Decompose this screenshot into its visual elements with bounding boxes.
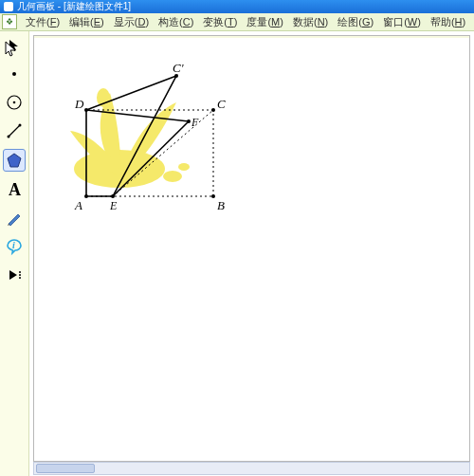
scrollbar-thumb[interactable] <box>36 464 95 473</box>
menu-edit[interactable]: 编辑(E) <box>64 15 109 29</box>
tool-select-arrow[interactable] <box>4 35 25 56</box>
tool-point[interactable] <box>4 64 25 84</box>
menubar: ❖ 文件(F) 编辑(E) 显示(D) 构造(C) 变换(T) 度量(M) 数据… <box>0 13 474 31</box>
menu-file[interactable]: 文件(F) <box>21 15 64 29</box>
svg-line-19 <box>113 110 213 196</box>
workarea: A i <box>0 31 474 476</box>
svg-point-4 <box>8 136 10 138</box>
tool-circle[interactable] <box>4 92 25 113</box>
svg-point-11 <box>19 277 21 279</box>
tool-palette: A i <box>0 31 29 476</box>
menu-measure[interactable]: 度量(M) <box>242 15 288 29</box>
window-titlebar: 几何画板 - [新建绘图文件1] <box>0 0 474 13</box>
svg-point-0 <box>12 72 16 76</box>
svg-point-5 <box>19 124 22 127</box>
window-title: 几何画板 - [新建绘图文件1] <box>17 0 131 13</box>
app-icon <box>4 2 13 11</box>
svg-point-24 <box>211 194 215 198</box>
menu-window[interactable]: 窗口(W) <box>378 15 426 29</box>
svg-point-25 <box>211 108 215 112</box>
svg-point-9 <box>19 271 21 273</box>
menu-help[interactable]: 帮助(H) <box>426 15 470 29</box>
svg-line-21 <box>86 110 189 121</box>
svg-point-2 <box>13 101 16 104</box>
tool-info[interactable]: i <box>4 236 25 257</box>
svg-point-29 <box>174 74 178 78</box>
svg-point-27 <box>111 194 115 198</box>
menu-graph[interactable]: 绘图(G) <box>333 15 378 29</box>
geometry-layer <box>34 36 470 453</box>
svg-line-22 <box>113 121 189 196</box>
tool-text[interactable]: A <box>4 179 25 200</box>
doc-icon[interactable]: ❖ <box>2 14 17 29</box>
svg-point-23 <box>84 194 88 198</box>
tool-custom[interactable] <box>4 265 25 285</box>
svg-point-28 <box>187 119 191 123</box>
horizontal-scrollbar[interactable] <box>33 462 470 475</box>
drawing-canvas[interactable]: A B C D E F C' <box>33 35 470 462</box>
canvas-wrap: A B C D E F C' <box>29 31 474 476</box>
menu-transform[interactable]: 变换(T) <box>198 15 242 29</box>
svg-text:A: A <box>9 181 21 198</box>
svg-marker-6 <box>8 154 21 167</box>
svg-point-26 <box>84 108 88 112</box>
tool-polygon[interactable] <box>3 149 26 172</box>
svg-text:i: i <box>12 240 15 250</box>
svg-point-10 <box>19 274 21 276</box>
svg-line-3 <box>9 125 20 137</box>
menu-display[interactable]: 显示(D) <box>109 15 154 29</box>
tool-line[interactable] <box>4 120 25 141</box>
tool-pen[interactable] <box>4 208 25 229</box>
menu-data[interactable]: 数据(N) <box>288 15 333 29</box>
menu-construct[interactable]: 构造(C) <box>154 15 198 29</box>
